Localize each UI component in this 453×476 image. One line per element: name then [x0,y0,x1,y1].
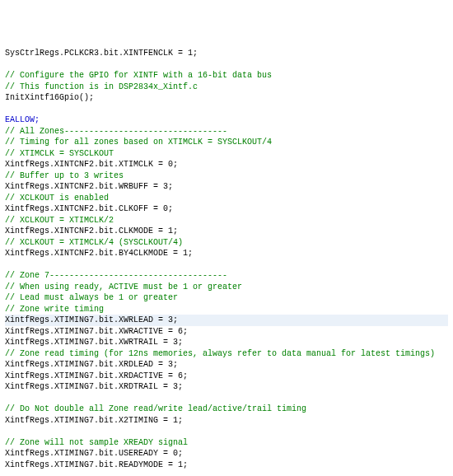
comment-text: // Timing for all zones based on XTIMCLK… [5,138,272,147]
code-line: XintfRegs.XTIMING7.bit.XWRLEAD = 3; [5,315,448,326]
code-text [5,105,10,114]
comment-text: // Buffer up to 3 writes [5,171,124,180]
code-text [5,260,10,269]
code-line: XintfRegs.XTIMING7.bit.XRDLEAD = 3; [5,359,448,371]
code-block: SysCtrlRegs.PCLKCR3.bit.XINTFENCLK = 1; … [5,48,448,476]
code-line: // Configure the GPIO for XINTF with a 1… [5,70,448,82]
code-line: XintfRegs.XTIMING7.bit.X2TIMING = 1; [5,415,448,427]
code-line: // Timing for all zones based on XTIMCLK… [5,137,448,148]
code-line: // When using ready, ACTIVE must be 1 or… [5,282,448,293]
code-line: EALLOW; [5,114,448,126]
code-text: XintfRegs.XINTCNF2.bit.CLKOFF = 0; [5,204,173,213]
comment-text: // Do Not double all Zone read/write lea… [5,404,306,413]
comment-text: // All Zones----------------------------… [5,127,227,136]
code-line: XintfRegs.XINTCNF2.bit.CLKOFF = 0; [5,203,448,215]
code-text: XintfRegs.XTIMING7.bit.X2TIMING = 1; [5,416,183,425]
comment-text: // Zone read timing (for 12ns memories, … [5,349,435,358]
code-line: XintfRegs.XINTCNF2.bit.WRBUFF = 3; [5,181,448,193]
code-text: XintfRegs.XTIMING7.bit.USEREADY = 0; [5,449,183,458]
code-text: XintfRegs.XTIMING7.bit.XWRLEAD = 3; [5,315,178,324]
comment-text: // When using ready, ACTIVE must be 1 or… [5,282,242,292]
comment-text: // XTIMCLK = SYSCLKOUT [5,149,114,158]
comment-text: // XCLKOUT = XTIMCLK/4 (SYSCLKOUT/4) [5,238,183,247]
code-text [5,60,10,69]
code-line [5,470,448,476]
code-line [5,59,448,71]
code-line: XintfRegs.XTIMING7.bit.XWRTRAIL = 3; [5,337,448,348]
code-line: // Buffer up to 3 writes [5,170,448,182]
code-text: InitXintf16Gpio(); [5,93,94,102]
code-text: XintfRegs.XTIMING7.bit.READYMODE = 1; [5,460,188,469]
comment-text: // XCLKOUT = XTIMCLK/2 [5,216,114,225]
code-text: XintfRegs.XTIMING7.bit.XWRACTIVE = 6; [5,327,188,336]
code-text [5,394,10,403]
code-text: XintfRegs.XINTCNF2.bit.WRBUFF = 3; [5,182,173,191]
code-line: // Zone write timing [5,304,448,315]
code-line: XintfRegs.XINTCNF2.bit.CLKMODE = 1; [5,226,448,237]
code-text: SysCtrlRegs.PCLKCR3.bit.XINTFENCLK = 1; [5,49,198,58]
code-line: // XCLKOUT = XTIMCLK/4 (SYSCLKOUT/4) [5,237,448,249]
comment-text: // XCLKOUT is enabled [5,194,109,203]
code-line: // XTIMCLK = SYSCLKOUT [5,148,448,160]
code-line [5,393,448,404]
code-line: XintfRegs.XTIMING7.bit.XRDTRAIL = 3; [5,381,448,393]
code-line: InitXintf16Gpio(); [5,92,448,104]
code-line: // Lead must always be 1 or greater [5,292,448,304]
code-line: // All Zones----------------------------… [5,126,448,138]
code-text [5,427,10,436]
comment-text: // Zone write timing [5,305,104,314]
code-line [5,104,448,115]
comment-text: // Configure the GPIO for XINTF with a 1… [5,71,272,80]
code-line: XintfRegs.XINTCNF2.bit.BY4CLKMODE = 1; [5,248,448,259]
keyword-text: EALLOW; [5,115,40,124]
code-line [5,426,448,437]
code-line: // This function is in DSP2834x_Xintf.c [5,82,448,93]
code-line: XintfRegs.XTIMING7.bit.USEREADY = 0; [5,448,448,460]
comment-text: // This function is in DSP2834x_Xintf.c [5,82,198,91]
code-text [5,471,10,476]
code-line: // Zone will not sample XREADY signal [5,437,448,449]
code-line: // XCLKOUT is enabled [5,193,448,204]
code-line [5,259,448,271]
code-line: // Zone 7-------------------------------… [5,270,448,282]
code-line: XintfRegs.XINTCNF2.bit.XTIMCLK = 0; [5,159,448,170]
code-line: XintfRegs.XTIMING7.bit.XRDACTIVE = 6; [5,371,448,382]
comment-text: // Zone will not sample XREADY signal [5,438,188,447]
comment-text: // Zone 7-------------------------------… [5,271,227,280]
code-line: // Do Not double all Zone read/write lea… [5,404,448,415]
code-text: XintfRegs.XTIMING7.bit.XRDLEAD = 3; [5,360,178,369]
code-line: // XCLKOUT = XTIMCLK/2 [5,215,448,226]
code-text: XintfRegs.XINTCNF2.bit.CLKMODE = 1; [5,226,178,236]
code-line: SysCtrlRegs.PCLKCR3.bit.XINTFENCLK = 1; [5,48,448,59]
code-text: XintfRegs.XINTCNF2.bit.XTIMCLK = 0; [5,160,178,169]
code-line: // Zone read timing (for 12ns memories, … [5,348,448,360]
code-text: XintfRegs.XTIMING7.bit.XRDACTIVE = 6; [5,371,188,380]
code-text: XintfRegs.XINTCNF2.bit.BY4CLKMODE = 1; [5,249,193,258]
code-line: XintfRegs.XTIMING7.bit.READYMODE = 1; [5,460,448,471]
code-text: XintfRegs.XTIMING7.bit.XWRTRAIL = 3; [5,338,183,347]
code-text: XintfRegs.XTIMING7.bit.XRDTRAIL = 3; [5,382,183,391]
comment-text: // Lead must always be 1 or greater [5,293,178,302]
code-line: XintfRegs.XTIMING7.bit.XWRACTIVE = 6; [5,326,448,338]
